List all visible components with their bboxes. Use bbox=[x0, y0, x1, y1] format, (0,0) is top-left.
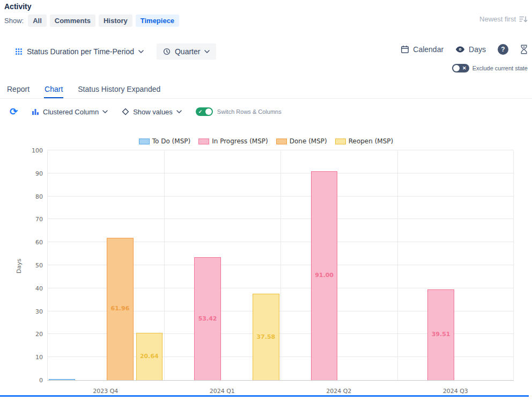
v-gridline bbox=[280, 151, 281, 380]
filter-history-button[interactable]: History bbox=[99, 14, 132, 27]
chart-type-label: Clustered Column bbox=[43, 108, 99, 116]
calendar-button[interactable]: Calendar bbox=[401, 45, 444, 54]
legend-item[interactable]: Reopen (MSP) bbox=[335, 137, 394, 145]
show-filter-bar: Show: All Comments History Timepiece bbox=[4, 14, 179, 27]
bar-value-label: 61.96 bbox=[107, 305, 133, 312]
exclude-current-state-label: Exclude current state bbox=[472, 65, 528, 71]
show-label: Show: bbox=[4, 17, 24, 25]
x-axis-category-label: 2023 Q4 bbox=[47, 388, 164, 395]
switch-rows-columns-control: ✓ Switch Rows & Columns bbox=[196, 107, 282, 116]
bar-value-label: 37.58 bbox=[253, 333, 279, 340]
exclude-current-state-toggle[interactable]: ✕ bbox=[452, 64, 469, 72]
y-axis-tick-label: 20 bbox=[35, 331, 43, 338]
x-axis-category-label: 2024 Q3 bbox=[397, 388, 514, 395]
legend-item[interactable]: In Progress (MSP) bbox=[198, 137, 268, 145]
x-axis-category-label: 2024 Q2 bbox=[280, 388, 397, 395]
hourglass-icon[interactable] bbox=[520, 45, 528, 54]
grid-icon bbox=[15, 48, 23, 55]
cross-icon: ✕ bbox=[462, 64, 467, 72]
unit-days-label: Days bbox=[469, 45, 486, 54]
check-icon: ✓ bbox=[198, 107, 203, 116]
y-axis-tick-label: 100 bbox=[32, 147, 43, 154]
bar-value-label: 20.64 bbox=[136, 353, 162, 360]
bar-value-label: 91.00 bbox=[311, 272, 337, 279]
legend-swatch bbox=[335, 139, 346, 144]
diamond-shape-icon bbox=[122, 108, 129, 115]
sort-descending-icon bbox=[519, 16, 528, 23]
switch-rows-columns-label: Switch Rows & Columns bbox=[217, 108, 282, 115]
tab-report[interactable]: Report bbox=[6, 82, 30, 98]
chevron-down-icon bbox=[204, 50, 210, 53]
report-type-label: Status Duration per Time-Period bbox=[27, 47, 134, 56]
sort-order-control[interactable]: Newest first bbox=[479, 15, 528, 23]
report-type-dropdown[interactable]: Status Duration per Time-Period bbox=[15, 47, 144, 56]
y-axis-tick-label: 0 bbox=[39, 377, 43, 384]
legend-label: Reopen (MSP) bbox=[349, 137, 394, 145]
legend-item[interactable]: Done (MSP) bbox=[276, 137, 327, 145]
y-axis: 0102030405060708090100 bbox=[0, 151, 43, 381]
y-axis-tick-label: 80 bbox=[35, 193, 43, 200]
tab-status-history-expanded[interactable]: Status History Expanded bbox=[77, 82, 161, 98]
clock-icon bbox=[163, 48, 171, 55]
legend-item[interactable]: To Do (MSP) bbox=[139, 137, 190, 145]
legend-label: To Do (MSP) bbox=[152, 137, 190, 145]
switch-rows-columns-toggle[interactable]: ✓ bbox=[196, 107, 213, 116]
filter-comments-button[interactable]: Comments bbox=[50, 14, 95, 27]
y-axis-tick-label: 60 bbox=[35, 239, 43, 246]
legend: To Do (MSP)In Progress (MSP)Done (MSP)Re… bbox=[0, 137, 532, 145]
y-axis-tick-label: 90 bbox=[35, 170, 43, 177]
v-gridline bbox=[397, 151, 398, 380]
legend-label: In Progress (MSP) bbox=[212, 137, 268, 145]
refresh-icon[interactable]: ⟳ bbox=[10, 107, 18, 117]
eye-icon bbox=[455, 46, 465, 53]
legend-label: Done (MSP) bbox=[290, 137, 327, 145]
bar-value-label: 39.51 bbox=[427, 331, 454, 338]
filter-timepiece-button[interactable]: Timepiece bbox=[136, 14, 179, 27]
toggle-knob bbox=[205, 108, 212, 115]
v-gridline bbox=[47, 151, 48, 380]
sort-label: Newest first bbox=[479, 15, 516, 23]
period-label: Quarter bbox=[175, 47, 200, 56]
chevron-down-icon bbox=[102, 110, 108, 113]
unit-days-button[interactable]: Days bbox=[455, 45, 486, 54]
y-axis-tick-label: 10 bbox=[35, 354, 43, 361]
x-axis: 2023 Q42024 Q12024 Q22024 Q3 bbox=[47, 386, 514, 395]
toggle-knob bbox=[453, 65, 460, 71]
chevron-down-icon bbox=[138, 50, 144, 53]
panel-bottom-edge bbox=[0, 395, 529, 397]
gadget-toolbar: Status Duration per Time-Period Quarter bbox=[15, 43, 216, 60]
y-axis-tick-label: 40 bbox=[35, 285, 43, 292]
x-axis-category-label: 2024 Q1 bbox=[164, 388, 281, 395]
show-values-label: Show values bbox=[133, 108, 173, 116]
exclude-current-state-control: ✕ Exclude current state bbox=[452, 64, 528, 72]
h-gridline bbox=[47, 150, 514, 150]
legend-swatch bbox=[198, 139, 209, 144]
period-dropdown[interactable]: Quarter bbox=[157, 43, 216, 60]
chart-toolbar: ⟳ Clustered Column Show values ✓ bbox=[10, 105, 282, 119]
show-values-dropdown[interactable]: Show values bbox=[122, 108, 182, 116]
chart-type-dropdown[interactable]: Clustered Column bbox=[32, 108, 108, 116]
right-tools: Calendar Days ? bbox=[401, 44, 528, 55]
column-bar[interactable] bbox=[49, 379, 75, 380]
legend-swatch bbox=[276, 139, 287, 144]
help-icon[interactable]: ? bbox=[498, 44, 508, 55]
help-glyph: ? bbox=[501, 46, 505, 53]
calendar-icon bbox=[401, 45, 409, 54]
y-axis-tick-label: 70 bbox=[35, 216, 43, 223]
tab-chart[interactable]: Chart bbox=[44, 82, 63, 98]
bar-value-label: 53.42 bbox=[194, 315, 220, 322]
y-axis-tick-label: 50 bbox=[35, 262, 43, 269]
page-title: Activity bbox=[4, 2, 32, 11]
v-gridline bbox=[164, 151, 165, 380]
filter-all-button[interactable]: All bbox=[28, 14, 47, 27]
calendar-label: Calendar bbox=[413, 45, 444, 54]
legend-swatch bbox=[139, 139, 150, 144]
chevron-down-icon bbox=[176, 110, 182, 113]
plot-area: 53.4291.0039.5161.9620.6437.58 bbox=[47, 151, 514, 381]
v-gridline bbox=[513, 151, 514, 380]
column-chart-icon bbox=[32, 108, 39, 115]
y-axis-tick-label: 30 bbox=[35, 308, 43, 315]
tab-bar: Report Chart Status History Expanded bbox=[0, 83, 532, 99]
status-duration-chart: To Do (MSP)In Progress (MSP)Done (MSP)Re… bbox=[0, 133, 532, 391]
